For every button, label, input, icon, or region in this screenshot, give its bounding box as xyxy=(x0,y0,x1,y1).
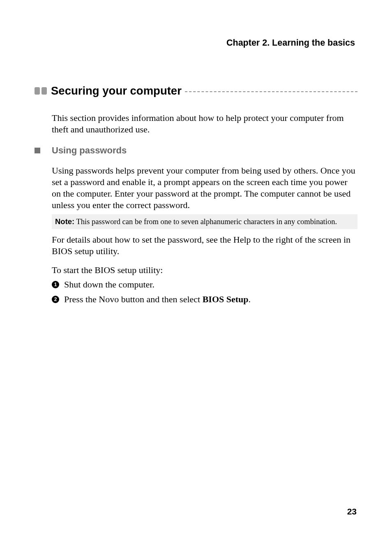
step-number-icon: 2 xyxy=(52,296,59,303)
page-container: Chapter 2. Learning the basics Securing … xyxy=(0,0,392,332)
note-label: Note: xyxy=(55,217,74,226)
step-bold: BIOS Setup xyxy=(203,294,249,304)
step-text: Press the Novo button and then select BI… xyxy=(64,293,251,306)
subsection-paragraph: Using passwords helps prevent your compu… xyxy=(52,165,357,211)
step-prefix: Press the Novo button and then select xyxy=(64,294,203,304)
step-row: 2 Press the Novo button and then select … xyxy=(52,293,357,306)
subsection-title: Using passwords xyxy=(52,145,127,156)
page-number: 23 xyxy=(347,507,357,517)
step-number-icon: 1 xyxy=(52,281,59,288)
section-bullets-icon xyxy=(35,87,47,95)
section-title-row: Securing your computer xyxy=(35,84,357,97)
square-bullet-icon xyxy=(35,148,40,153)
note-text: This password can be from one to seven a… xyxy=(74,218,337,226)
steps-intro: To start the BIOS setup utility: xyxy=(52,264,357,276)
dashed-line-icon xyxy=(185,91,357,92)
step-suffix: . xyxy=(249,294,251,304)
note-box: Note: This password can be from one to s… xyxy=(52,214,357,229)
after-note-paragraph: For details about how to set the passwor… xyxy=(52,234,357,257)
subsection-row: Using passwords xyxy=(35,145,357,156)
step-row: 1 Shut down the computer. xyxy=(52,278,357,291)
section-title: Securing your computer xyxy=(51,84,182,97)
section-intro: This section provides information about … xyxy=(52,112,357,135)
step-text: Shut down the computer. xyxy=(64,278,154,291)
chapter-header: Chapter 2. Learning the basics xyxy=(35,38,357,48)
step-list: 1 Shut down the computer. 2 Press the No… xyxy=(52,278,357,305)
